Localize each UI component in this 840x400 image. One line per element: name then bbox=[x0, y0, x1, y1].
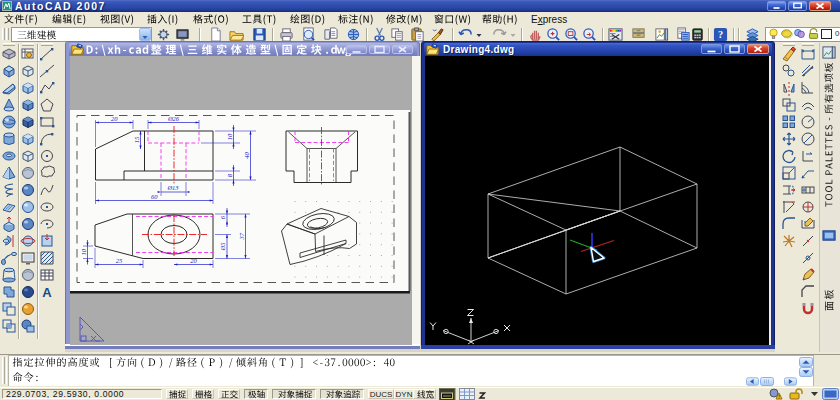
svg-text:37: 37 bbox=[238, 232, 245, 240]
svg-text:25: 25 bbox=[116, 257, 123, 264]
svg-text:Ø5: Ø5 bbox=[219, 242, 226, 252]
svg-text:40: 40 bbox=[243, 152, 250, 159]
svg-text:Ø13: Ø13 bbox=[166, 184, 179, 191]
svg-text:10: 10 bbox=[226, 133, 233, 140]
svg-text:20: 20 bbox=[111, 115, 118, 122]
svg-text:15: 15 bbox=[133, 136, 140, 143]
svg-text:20: 20 bbox=[190, 257, 197, 264]
svg-text:10: 10 bbox=[80, 248, 87, 255]
svg-text:60: 60 bbox=[151, 193, 158, 200]
svg-text:A: A bbox=[42, 285, 52, 300]
svg-text:?: ? bbox=[718, 29, 723, 40]
svg-text:Ø26: Ø26 bbox=[167, 115, 180, 122]
